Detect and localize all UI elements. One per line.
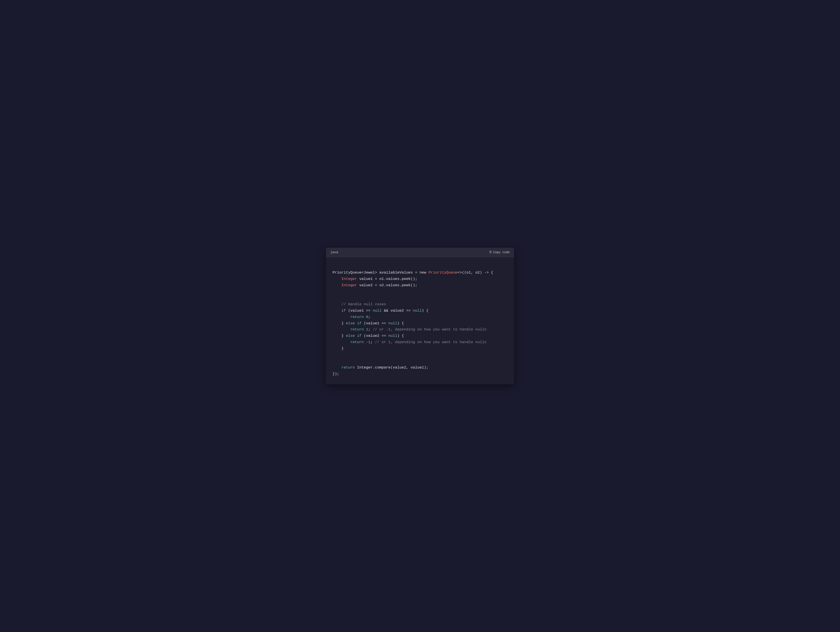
code-line: } — [333, 346, 507, 352]
copy-icon: ⎘ — [489, 250, 492, 254]
code-line: return -1; // or 1, depending on how you… — [333, 339, 507, 346]
code-line — [333, 289, 507, 295]
code-line: }); — [333, 371, 507, 377]
code-line — [333, 352, 507, 358]
code-line: Integer value1 = o1.values.peek(); — [333, 276, 507, 282]
code-line: return 0; — [333, 314, 507, 321]
code-block: java ⎘ Copy code PriorityQueue<Jewel> av… — [326, 248, 514, 384]
code-line: } else if (value2 == null) { — [333, 333, 507, 339]
copy-button[interactable]: ⎘ Copy code — [489, 250, 510, 254]
code-line: } else if (value1 == null) { — [333, 321, 507, 327]
code-line: if (value1 == null && value2 == null) { — [333, 308, 507, 314]
code-line: return Integer.compare(value2, value1); — [333, 365, 507, 371]
code-body: PriorityQueue<Jewel> availableValues = n… — [326, 257, 514, 384]
code-line: return 1; // or -1, depending on how you… — [333, 327, 507, 333]
code-line: PriorityQueue<Jewel> availableValues = n… — [333, 270, 507, 276]
code-line: Integer value2 = o2.values.peek(); — [333, 282, 507, 289]
code-line — [333, 295, 507, 301]
code-line: // Handle null cases — [333, 301, 507, 308]
code-line — [333, 358, 507, 365]
code-line — [333, 263, 507, 270]
code-header: java ⎘ Copy code — [326, 248, 514, 257]
language-label: java — [330, 251, 338, 254]
copy-label: Copy code — [493, 251, 510, 254]
